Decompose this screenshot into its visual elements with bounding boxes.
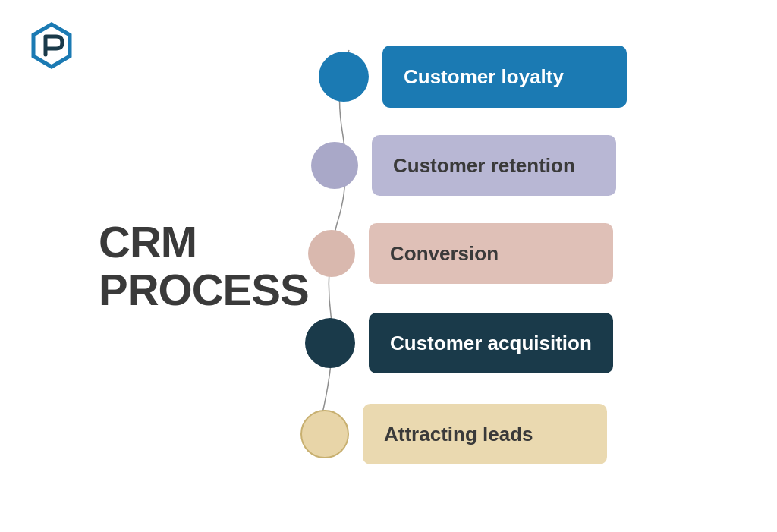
circle-conversion [308, 230, 355, 277]
circle-customer-acquisition [305, 318, 355, 368]
label-box-customer-retention: Customer retention [372, 135, 616, 196]
process-item-customer-retention: Customer retention [311, 135, 616, 196]
label-box-conversion: Conversion [369, 223, 613, 284]
circle-attracting-leads [300, 410, 349, 458]
circle-customer-loyalty [319, 52, 369, 102]
page-title: CRM PROCESS [99, 218, 309, 315]
process-item-conversion: Conversion [308, 223, 613, 284]
label-text-attracting-leads: Attracting leads [384, 423, 533, 446]
label-box-attracting-leads: Attracting leads [363, 404, 607, 464]
label-box-customer-acquisition: Customer acquisition [369, 313, 613, 373]
label-text-conversion: Conversion [390, 242, 499, 266]
process-items-container: Customer loyalty Customer retention Conv… [296, 23, 766, 509]
svg-marker-0 [33, 24, 70, 67]
company-logo [27, 21, 76, 70]
label-text-customer-loyalty: Customer loyalty [404, 65, 564, 89]
circle-customer-retention [311, 142, 358, 189]
process-item-attracting-leads: Attracting leads [300, 404, 607, 464]
label-text-customer-acquisition: Customer acquisition [390, 332, 592, 355]
process-item-customer-acquisition: Customer acquisition [305, 313, 613, 373]
label-box-customer-loyalty: Customer loyalty [382, 46, 627, 108]
label-text-customer-retention: Customer retention [393, 154, 575, 178]
process-item-customer-loyalty: Customer loyalty [319, 46, 627, 108]
